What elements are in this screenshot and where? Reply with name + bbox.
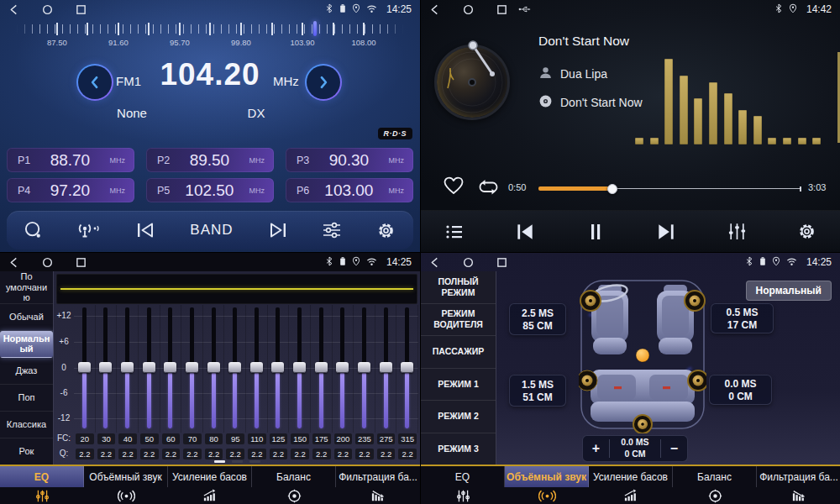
eq-slider-knob[interactable] xyxy=(164,362,176,373)
eq-slider-knob[interactable] xyxy=(271,362,284,373)
next-track-icon[interactable] xyxy=(655,222,677,242)
rear-left-delay[interactable]: 1.5 MS 51 CM xyxy=(509,375,566,407)
eq-slider-knob[interactable] xyxy=(99,362,112,373)
progress-knob[interactable] xyxy=(607,184,617,194)
preset-button-p2[interactable]: P289.50MHz xyxy=(146,148,274,172)
band-button[interactable]: BAND xyxy=(190,222,233,239)
tab-balance[interactable]: Баланс xyxy=(673,466,757,504)
surround-mode-item[interactable]: ПОЛНЫЙ РЕЖИМ xyxy=(421,271,496,304)
favorite-heart-icon[interactable] xyxy=(443,176,465,198)
eq-slider-knob[interactable] xyxy=(186,362,198,373)
eq-band-slider[interactable] xyxy=(224,305,246,433)
delay-decrease-button[interactable]: − xyxy=(661,441,687,456)
eq-preset-item[interactable]: Поп xyxy=(0,385,53,412)
nav-back-button[interactable] xyxy=(429,257,440,268)
nav-back-button[interactable] xyxy=(429,4,440,15)
front-right-delay[interactable]: 0.5 MS 17 CM xyxy=(711,303,774,333)
eq-slider-knob[interactable] xyxy=(78,362,91,373)
preset-button-p5[interactable]: P5102.50MHz xyxy=(146,178,274,202)
settings-gear-icon[interactable] xyxy=(376,221,396,240)
tab-balance[interactable]: Баланс xyxy=(252,466,336,504)
tab-eq-sliders[interactable]: EQ xyxy=(0,466,84,504)
eq-band-slider[interactable] xyxy=(354,305,375,433)
tab-surround[interactable]: Объёмный звук xyxy=(84,466,168,504)
eq-band-slider[interactable] xyxy=(96,305,118,433)
preset-button-p3[interactable]: P390.30MHz xyxy=(286,148,413,172)
surround-mode-item[interactable]: ПАССАЖИР xyxy=(421,336,496,369)
eq-band-slider[interactable] xyxy=(203,305,225,433)
eq-band-slider[interactable] xyxy=(268,305,290,433)
nav-recents-button[interactable] xyxy=(496,4,507,15)
settings-gear-icon[interactable] xyxy=(797,222,816,241)
eq-band-slider[interactable] xyxy=(139,305,160,433)
equalizer-icon[interactable] xyxy=(727,222,748,241)
eq-slider-knob[interactable] xyxy=(207,362,220,373)
repeat-icon[interactable] xyxy=(476,178,501,199)
preset-button-p6[interactable]: P6103.00MHz xyxy=(286,178,413,202)
tab-bass-boost[interactable]: Усиление басов xyxy=(168,466,252,504)
preset-button-p1[interactable]: P188.70MHz xyxy=(7,148,134,172)
eq-slider-knob[interactable] xyxy=(380,362,392,373)
eq-band-slider[interactable] xyxy=(117,305,139,433)
nav-home-button[interactable] xyxy=(42,257,53,268)
tune-up-button[interactable] xyxy=(305,64,342,101)
pause-button[interactable] xyxy=(585,222,606,242)
playlist-icon[interactable] xyxy=(444,223,465,241)
eq-band-slider[interactable] xyxy=(246,305,268,433)
nav-recents-button[interactable] xyxy=(496,257,507,268)
front-left-delay[interactable]: 2.5 MS 85 CM xyxy=(509,303,566,335)
nav-recents-button[interactable] xyxy=(76,4,87,15)
eq-band-slider[interactable] xyxy=(160,305,182,433)
nav-back-button[interactable] xyxy=(8,257,19,268)
tab-bass-boost[interactable]: Усиление басов xyxy=(589,466,673,504)
nav-home-button[interactable] xyxy=(463,4,474,15)
eq-preset-item[interactable]: Джаз xyxy=(0,358,53,385)
eq-settings-icon[interactable] xyxy=(322,221,342,239)
surround-mode-item[interactable]: РЕЖИМ 3 xyxy=(421,433,496,466)
previous-station-icon[interactable] xyxy=(135,221,155,239)
eq-slider-knob[interactable] xyxy=(293,362,306,373)
eq-slider-knob[interactable] xyxy=(336,362,349,373)
eq-band-slider[interactable] xyxy=(289,305,311,433)
eq-slider-knob[interactable] xyxy=(121,362,134,373)
nav-back-button[interactable] xyxy=(8,4,19,15)
eq-preset-item[interactable]: Рок xyxy=(0,438,53,465)
tab-eq-sliders[interactable]: EQ xyxy=(421,466,505,504)
preset-button-p4[interactable]: P497.20MHz xyxy=(7,178,134,202)
nav-recents-button[interactable] xyxy=(76,257,87,268)
previous-track-icon[interactable] xyxy=(514,222,536,242)
next-station-icon[interactable] xyxy=(268,221,288,239)
tuner-pointer[interactable] xyxy=(313,21,317,36)
rear-right-delay[interactable]: 0.0 MS 0 CM xyxy=(709,375,772,405)
eq-slider-knob[interactable] xyxy=(358,362,370,373)
eq-band-slider[interactable] xyxy=(74,305,96,433)
eq-preset-item[interactable]: Классика xyxy=(0,412,53,438)
eq-slider-knob[interactable] xyxy=(401,362,413,373)
tab-filter[interactable]: Фильтрация ба... xyxy=(336,466,420,504)
eq-slider-knob[interactable] xyxy=(228,362,241,373)
eq-band-slider[interactable] xyxy=(181,305,203,433)
surround-mode-item[interactable]: РЕЖИМ ВОДИТЕЛЯ xyxy=(421,304,496,337)
surround-mode-item[interactable]: РЕЖИМ 2 xyxy=(421,401,496,433)
scan-icon[interactable] xyxy=(24,221,43,240)
surround-mode-item[interactable]: РЕЖИМ 1 xyxy=(421,369,496,402)
nav-home-button[interactable] xyxy=(463,257,474,268)
sound-profile-badge[interactable]: Нормальный xyxy=(746,281,832,301)
tab-filter[interactable]: Фильтрация ба... xyxy=(757,466,840,504)
nav-home-button[interactable] xyxy=(42,4,53,15)
progress-slider[interactable] xyxy=(538,183,801,194)
eq-band-slider[interactable] xyxy=(375,305,397,433)
eq-slider-knob[interactable] xyxy=(143,362,155,373)
delay-increase-button[interactable]: + xyxy=(583,441,609,456)
tab-surround[interactable]: Объёмный звук xyxy=(505,466,589,504)
eq-slider-knob[interactable] xyxy=(250,362,263,373)
eq-preset-item[interactable]: Нормальный xyxy=(0,331,53,358)
eq-preset-item[interactable]: Обычай xyxy=(0,304,53,331)
eq-band-slider[interactable] xyxy=(311,305,333,433)
eq-preset-item[interactable]: По умолчанию xyxy=(0,271,53,304)
eq-band-slider[interactable] xyxy=(396,305,418,433)
tune-down-button[interactable] xyxy=(76,64,113,101)
eq-band-slider[interactable] xyxy=(333,305,354,433)
broadcast-icon[interactable] xyxy=(77,221,101,239)
eq-slider-knob[interactable] xyxy=(315,362,328,373)
